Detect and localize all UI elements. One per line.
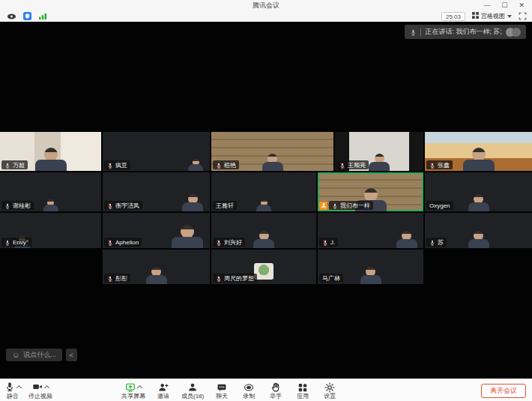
participant-name-label: Oxygen bbox=[426, 201, 453, 210]
mic-icon bbox=[332, 199, 338, 211]
participant-video-silhouette bbox=[188, 159, 203, 171]
view-mode-dropdown[interactable]: 宫格视图 bbox=[472, 12, 512, 20]
participant-name: J. bbox=[330, 239, 335, 246]
participant-name: Envy° bbox=[13, 239, 28, 246]
participant-tile[interactable]: 我们布一样 bbox=[318, 172, 423, 211]
participant-tile[interactable]: 万超 bbox=[0, 132, 101, 171]
participant-meta: Envy° bbox=[1, 238, 31, 247]
status-icons bbox=[0, 12, 48, 20]
participant-meta: Aphelion bbox=[104, 238, 142, 247]
chevron-up-icon[interactable] bbox=[16, 385, 22, 390]
participant-name-label: 王顺亮 bbox=[336, 160, 369, 169]
meeting-info-icon[interactable] bbox=[7, 13, 16, 19]
toolbar-button-raise-hand[interactable]: 举手 bbox=[267, 382, 285, 400]
chat-row: ☺ 说点什么... < bbox=[6, 349, 77, 361]
participant-video-silhouette bbox=[43, 199, 58, 211]
participant-meta: J. bbox=[319, 238, 338, 247]
mic-muted-icon bbox=[107, 199, 113, 211]
toolbar-button-chat[interactable]: 聊天 bbox=[213, 382, 231, 400]
participant-tile[interactable]: Envy° bbox=[0, 213, 101, 248]
record-icon bbox=[244, 382, 254, 393]
participant-tile[interactable]: 张鑫 bbox=[425, 132, 532, 171]
leave-meeting-button[interactable]: 离开会议 bbox=[481, 384, 526, 398]
participant-meta: 万超 bbox=[1, 160, 28, 169]
participant-name: 苏 bbox=[438, 238, 444, 247]
toolbar-button-mic[interactable]: 静音 bbox=[4, 382, 22, 400]
toolbar-button-invite[interactable]: 邀请 bbox=[154, 382, 172, 400]
participant-tile[interactable]: 王顺亮 bbox=[335, 132, 423, 171]
chat-input[interactable]: ☺ 说点什么... bbox=[6, 349, 62, 361]
speaking-toast: 正在讲话: 我们布一样; 苏; bbox=[405, 25, 526, 39]
toolbar-left-group: 静音停止视频 bbox=[0, 382, 52, 400]
participant-tile[interactable]: Oxygen bbox=[425, 172, 532, 211]
participant-video-silhouette bbox=[182, 194, 203, 211]
toolbar-button-members[interactable]: 成员(18) bbox=[181, 382, 204, 400]
participant-tile[interactable]: 王雅轩 bbox=[211, 172, 316, 211]
emoji-icon[interactable]: ☺ bbox=[12, 349, 19, 361]
participant-name-label: Aphelion bbox=[104, 238, 142, 247]
toolbar-button-share-screen[interactable]: 共享屏幕 bbox=[121, 382, 145, 400]
participant-tile[interactable]: Aphelion bbox=[103, 213, 210, 248]
share-screen-icon bbox=[125, 382, 136, 393]
fullscreen-icon[interactable] bbox=[519, 12, 527, 20]
participant-meta: 周尺的梦想 bbox=[213, 274, 257, 283]
participant-name-label: Envy° bbox=[1, 238, 31, 247]
info-bar: 25:03 宫格视图 bbox=[0, 10, 532, 22]
participant-name-label: 刘兴好 bbox=[213, 238, 245, 247]
participant-tile[interactable]: J. bbox=[318, 213, 423, 248]
participant-name-label: 周尺的梦想 bbox=[213, 274, 257, 283]
participant-name-label: 疯豆 bbox=[104, 160, 130, 169]
chevron-up-icon[interactable] bbox=[44, 385, 49, 390]
participant-tile[interactable]: 稻艳 bbox=[211, 132, 333, 171]
toolbar-center-group: 共享屏幕邀请成员(18)聊天录制举手应用设置 bbox=[121, 379, 339, 401]
participant-name-label: 谢桂彬 bbox=[1, 201, 34, 210]
participant-name: 彤彤 bbox=[115, 274, 127, 283]
participant-tile[interactable]: 刘兴好 bbox=[211, 213, 316, 248]
participant-tile[interactable]: 谢桂彬 bbox=[0, 172, 101, 211]
participant-name: Aphelion bbox=[115, 239, 139, 246]
participant-video-silhouette bbox=[146, 267, 167, 284]
participant-name-label: 张鑫 bbox=[426, 160, 453, 169]
participant-tile[interactable]: 周尺的梦想 bbox=[211, 250, 316, 284]
toolbar-button-settings[interactable]: 设置 bbox=[321, 382, 339, 400]
participant-tile[interactable]: 马广林 bbox=[318, 250, 423, 284]
participant-meta: Oxygen bbox=[426, 201, 453, 210]
participant-name: 谢桂彬 bbox=[13, 202, 31, 210]
participant-name: 衡宇洁凤 bbox=[115, 202, 139, 210]
toolbar-button-record[interactable]: 录制 bbox=[240, 382, 258, 400]
raise-hand-badge bbox=[319, 202, 327, 210]
toolbar-label: 共享屏幕 bbox=[121, 393, 145, 400]
maximize-button[interactable]: ☐ bbox=[501, 0, 507, 10]
participant-meta: 马广林 bbox=[319, 274, 343, 283]
participant-video-silhouette bbox=[468, 194, 489, 211]
network-signal-icon[interactable] bbox=[38, 13, 48, 19]
participant-name: 马广林 bbox=[322, 274, 340, 283]
participant-tile[interactable]: 彤彤 bbox=[103, 250, 210, 284]
participant-tile[interactable]: 疯豆 bbox=[103, 132, 210, 171]
toolbar-button-apps[interactable]: 应用 bbox=[294, 382, 312, 400]
participant-tile[interactable]: 衡宇洁凤 bbox=[103, 172, 210, 211]
mic-icon bbox=[410, 25, 417, 39]
meeting-timer: 25:03 bbox=[441, 12, 465, 21]
leave-wrap: 离开会议 bbox=[481, 382, 532, 398]
close-button[interactable]: ✕ bbox=[519, 0, 525, 10]
mic-icon bbox=[4, 382, 15, 392]
toolbar-button-camera[interactable]: 停止视频 bbox=[28, 382, 52, 400]
participant-video-silhouette bbox=[262, 154, 283, 171]
toolbar-label: 成员(18) bbox=[181, 393, 204, 400]
participant-video-silhouette bbox=[35, 148, 67, 171]
participant-tile[interactable]: 苏 bbox=[425, 213, 532, 248]
participant-name: 王顺亮 bbox=[348, 161, 366, 169]
security-shield-icon[interactable] bbox=[23, 12, 31, 20]
toolbar-label: 设置 bbox=[324, 393, 336, 400]
chevron-up-icon[interactable] bbox=[137, 385, 142, 391]
chat-collapse-button[interactable]: < bbox=[66, 349, 77, 361]
mic-icon bbox=[429, 235, 435, 248]
participant-video-silhouette bbox=[468, 231, 489, 248]
window-controls: — ☐ ✕ bbox=[483, 0, 532, 10]
minimize-button[interactable]: — bbox=[483, 0, 490, 10]
participant-name-label: 我们布一样 bbox=[329, 201, 373, 210]
participant-meta: 王雅轩 bbox=[213, 201, 237, 210]
bottom-toolbar: 静音停止视频 共享屏幕邀请成员(18)聊天录制举手应用设置 离开会议 bbox=[0, 379, 532, 401]
mic-muted-icon bbox=[216, 235, 222, 248]
